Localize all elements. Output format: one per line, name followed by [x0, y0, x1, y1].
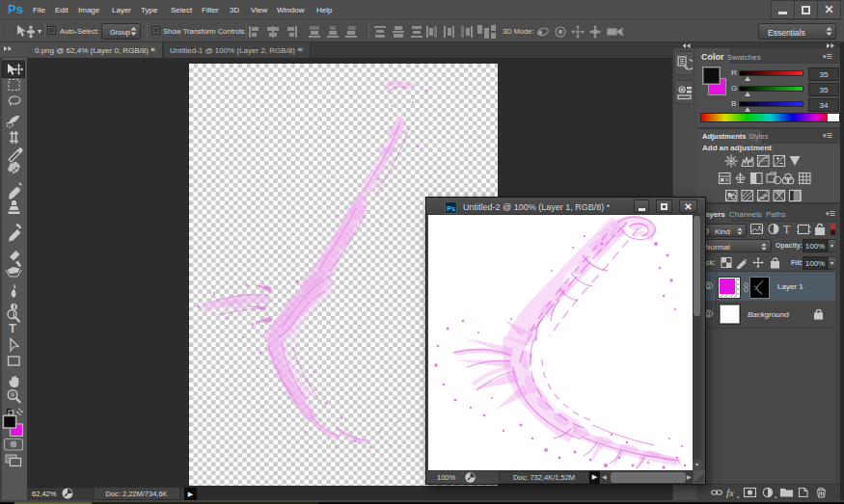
svg-text:T: T [783, 223, 791, 236]
svg-text:T: T [9, 321, 16, 335]
svg-text:fx: fx [726, 487, 734, 498]
